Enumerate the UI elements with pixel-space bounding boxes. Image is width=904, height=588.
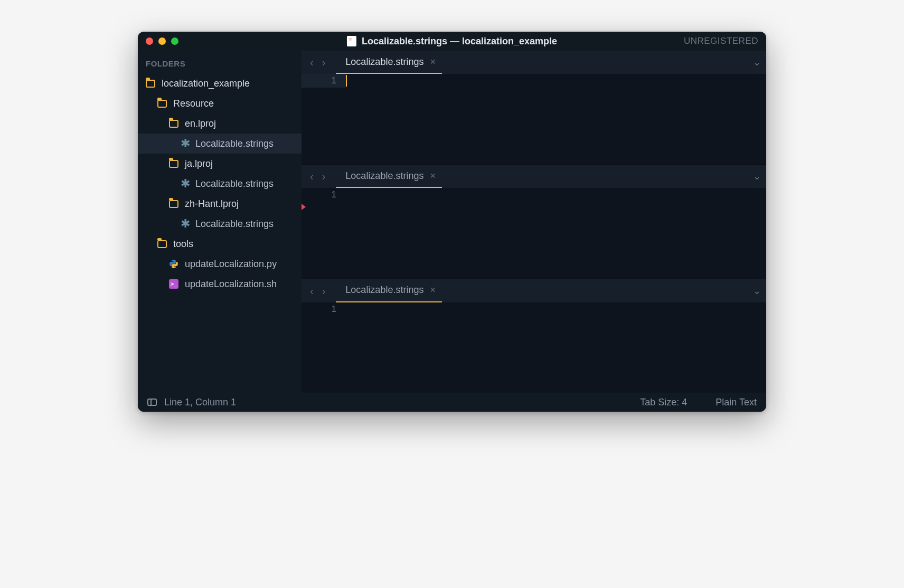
registration-status[interactable]: UNREGISTERED: [684, 36, 758, 46]
tab[interactable]: Localizable.strings ×: [336, 279, 442, 302]
chevron-down-icon[interactable]: ⌄: [753, 56, 761, 68]
zoom-window-button[interactable]: [171, 37, 178, 45]
tab-bar[interactable]: ‹ › Localizable.strings × ⌄: [302, 279, 766, 302]
tab-label: Localizable.strings: [345, 56, 423, 68]
minimize-window-button[interactable]: [158, 37, 166, 45]
nav-forward-icon[interactable]: ›: [319, 57, 329, 68]
asterisk-icon: ✱: [181, 178, 189, 189]
tree-item-label: Localizable.strings: [195, 178, 274, 189]
line-number: 1: [302, 74, 346, 88]
tree-item-label: ja.lproj: [185, 158, 213, 169]
syntax-indicator[interactable]: Plain Text: [715, 397, 757, 408]
title-center: Localizable.strings — localization_examp…: [347, 36, 557, 47]
tab[interactable]: Localizable.strings ×: [336, 51, 442, 74]
close-icon[interactable]: ×: [430, 284, 436, 296]
editor-line[interactable]: 1: [302, 74, 766, 88]
chevron-down-icon[interactable]: ⌄: [753, 285, 761, 297]
tree-item-label: localization_example: [162, 78, 250, 89]
editor-pane-1[interactable]: ‹ › Localizable.strings × ⌄ 1: [302, 165, 766, 279]
text-cursor: [346, 75, 347, 87]
tree-item-folder[interactable]: ja.lproj: [138, 154, 302, 174]
folder-icon: [169, 160, 178, 168]
panel-icon[interactable]: [147, 399, 157, 406]
asterisk-icon: ✱: [181, 138, 189, 149]
tree-item-label: updateLocalization.sh: [185, 279, 277, 290]
editor-window: Localizable.strings — localization_examp…: [138, 32, 766, 412]
nav-back-icon[interactable]: ‹: [307, 286, 317, 296]
line-number: 1: [302, 188, 346, 202]
tree-item-label: en.lproj: [185, 118, 216, 129]
chevron-down-icon[interactable]: ⌄: [753, 170, 761, 182]
cursor-position[interactable]: Line 1, Column 1: [164, 397, 236, 408]
nav-forward-icon[interactable]: ›: [319, 286, 329, 296]
nav-forward-icon[interactable]: ›: [319, 171, 329, 182]
tree-item-label: Resource: [173, 98, 214, 109]
shell-icon: >_: [169, 279, 178, 289]
titlebar[interactable]: Localizable.strings — localization_examp…: [138, 32, 766, 51]
editor-line[interactable]: 1: [302, 188, 766, 202]
tree-item-file-py[interactable]: updateLocalization.py: [138, 254, 302, 274]
asterisk-icon: ✱: [181, 218, 189, 230]
folder-icon: [157, 100, 167, 108]
tree-item-folder[interactable]: en.lproj: [138, 113, 302, 134]
file-icon: [347, 36, 356, 46]
window-title: Localizable.strings — localization_examp…: [362, 36, 557, 47]
tree-item-label: Localizable.strings: [195, 138, 274, 149]
body-area: FOLDERS localization_exampleResourceen.l…: [138, 51, 766, 393]
file-tree: localization_exampleResourceen.lproj✱Loc…: [138, 73, 302, 294]
fold-marker-icon[interactable]: [302, 204, 306, 210]
sidebar[interactable]: FOLDERS localization_exampleResourceen.l…: [138, 51, 302, 393]
tab-label: Localizable.strings: [345, 284, 423, 296]
nav-back-icon[interactable]: ‹: [307, 57, 317, 68]
tree-item-label: tools: [173, 239, 193, 250]
tree-item-file-strings[interactable]: ✱Localizable.strings: [138, 134, 302, 154]
tree-item-file-strings[interactable]: ✱Localizable.strings: [138, 174, 302, 194]
tab-bar[interactable]: ‹ › Localizable.strings × ⌄: [302, 51, 766, 74]
tab-size-indicator[interactable]: Tab Size: 4: [640, 397, 687, 408]
tree-item-folder[interactable]: Resource: [138, 93, 302, 113]
tree-item-label: zh-Hant.lproj: [185, 198, 239, 210]
close-icon[interactable]: ×: [430, 56, 436, 68]
editor-line[interactable]: 1: [302, 302, 766, 316]
tree-item-label: Localizable.strings: [195, 219, 274, 230]
window-controls: [146, 37, 178, 45]
close-window-button[interactable]: [146, 37, 153, 45]
editor-pane-0[interactable]: ‹ › Localizable.strings × ⌄ 1: [302, 51, 766, 165]
tree-item-folder[interactable]: tools: [138, 234, 302, 254]
python-icon: [169, 259, 178, 269]
close-icon[interactable]: ×: [430, 170, 436, 182]
tab-label: Localizable.strings: [345, 170, 423, 182]
tab[interactable]: Localizable.strings ×: [336, 165, 442, 188]
folder-icon: [169, 200, 178, 208]
status-bar[interactable]: Line 1, Column 1 Tab Size: 4 Plain Text: [138, 393, 766, 412]
tree-item-file-sh[interactable]: >_updateLocalization.sh: [138, 274, 302, 294]
nav-back-icon[interactable]: ‹: [307, 171, 317, 182]
folder-icon: [157, 240, 167, 248]
editor-pane-2[interactable]: ‹ › Localizable.strings × ⌄ 1: [302, 279, 766, 393]
tree-item-folder[interactable]: localization_example: [138, 73, 302, 93]
tree-item-file-strings[interactable]: ✱Localizable.strings: [138, 214, 302, 234]
sidebar-section-header: FOLDERS: [138, 55, 302, 73]
folder-icon: [146, 80, 155, 88]
tree-item-label: updateLocalization.py: [185, 259, 277, 270]
tree-item-folder[interactable]: zh-Hant.lproj: [138, 194, 302, 214]
tab-bar[interactable]: ‹ › Localizable.strings × ⌄: [302, 165, 766, 188]
line-number: 1: [302, 302, 346, 316]
editor-group: ‹ › Localizable.strings × ⌄ 1 ‹ ›: [302, 51, 766, 393]
folder-icon: [169, 120, 178, 128]
